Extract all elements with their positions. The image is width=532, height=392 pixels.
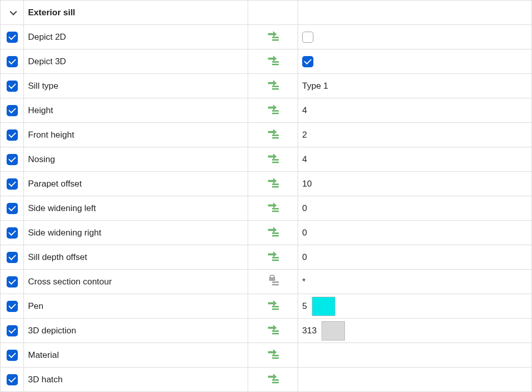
lock-icon <box>267 275 279 286</box>
value-text[interactable]: 5 <box>302 301 307 311</box>
property-label: 3D depiction <box>28 326 76 335</box>
enable-checkbox[interactable] <box>7 227 18 239</box>
transfer-icon[interactable] <box>267 103 279 115</box>
transfer-icon[interactable] <box>267 128 279 139</box>
property-row: Side widening left0 <box>1 196 532 221</box>
enable-checkbox[interactable] <box>7 154 18 165</box>
property-label: Front height <box>28 130 74 140</box>
chevron-down-icon[interactable] <box>10 8 17 15</box>
property-row: Parapet offset10 <box>1 172 532 196</box>
property-label: Nosing <box>28 154 55 164</box>
property-label: Sill depth offset <box>28 252 87 262</box>
value-text[interactable]: 2 <box>302 130 307 140</box>
property-label: Height <box>28 106 53 115</box>
value-checkbox[interactable] <box>302 56 313 67</box>
enable-checkbox[interactable] <box>7 56 18 67</box>
section-title: Exterior sill <box>28 8 75 17</box>
value-text[interactable]: 0 <box>302 203 307 213</box>
value-text[interactable]: 4 <box>302 154 307 164</box>
enable-checkbox[interactable] <box>7 374 18 385</box>
property-row: Depict 3D <box>1 49 532 74</box>
transfer-icon[interactable] <box>267 324 279 335</box>
property-label: 3D hatch <box>28 375 63 384</box>
enable-checkbox[interactable] <box>7 105 18 116</box>
property-label: Cross section contour <box>28 277 112 286</box>
color-swatch[interactable] <box>312 297 335 316</box>
property-row: Front height2 <box>1 123 532 147</box>
value-text[interactable]: * <box>302 277 306 286</box>
property-label: Sill type <box>28 81 59 91</box>
section-header-row[interactable]: Exterior sill <box>1 1 532 25</box>
transfer-icon[interactable] <box>267 55 279 66</box>
property-row: Sill typeType 1 <box>1 74 532 98</box>
property-label: Side widening right <box>28 228 101 238</box>
enable-checkbox[interactable] <box>7 325 18 336</box>
value-checkbox[interactable] <box>302 32 313 43</box>
enable-checkbox[interactable] <box>7 301 18 312</box>
transfer-icon[interactable] <box>267 348 279 359</box>
property-label: Depict 2D <box>28 32 66 42</box>
property-row: 3D depiction313 <box>1 319 532 343</box>
enable-checkbox[interactable] <box>7 203 18 214</box>
enable-checkbox[interactable] <box>7 129 18 141</box>
value-text[interactable]: 0 <box>302 228 307 238</box>
property-row: Nosing4 <box>1 147 532 172</box>
enable-checkbox[interactable] <box>7 350 18 361</box>
transfer-icon[interactable] <box>267 226 279 237</box>
property-row: Sill depth offset0 <box>1 245 532 270</box>
value-text[interactable]: 10 <box>302 179 312 189</box>
enable-checkbox[interactable] <box>7 276 18 288</box>
property-label: Depict 3D <box>28 57 66 66</box>
property-label: Material <box>28 350 59 360</box>
value-text[interactable]: Type 1 <box>302 81 328 91</box>
property-label: Parapet offset <box>28 179 82 189</box>
transfer-icon[interactable] <box>267 250 279 262</box>
value-text[interactable]: 0 <box>302 252 307 262</box>
value-text[interactable]: 313 <box>302 326 316 336</box>
transfer-icon[interactable] <box>267 152 279 164</box>
enable-checkbox[interactable] <box>7 81 18 92</box>
property-row: Cross section contour* <box>1 270 532 294</box>
transfer-icon[interactable] <box>267 79 279 90</box>
property-row: Side widening right0 <box>1 221 532 245</box>
color-swatch[interactable] <box>322 321 345 341</box>
value-text[interactable]: 4 <box>302 106 307 115</box>
property-row: Material <box>1 343 532 368</box>
property-row: 3D hatch <box>1 368 532 392</box>
property-row: Depict 2D <box>1 25 532 49</box>
transfer-icon[interactable] <box>267 30 279 41</box>
transfer-icon[interactable] <box>267 299 279 310</box>
property-row: Height4 <box>1 98 532 123</box>
property-label: Pen <box>28 301 43 311</box>
transfer-icon[interactable] <box>267 373 279 384</box>
enable-checkbox[interactable] <box>7 252 18 263</box>
property-label: Side widening left <box>28 203 96 213</box>
enable-checkbox[interactable] <box>7 32 18 43</box>
transfer-icon[interactable] <box>267 177 279 188</box>
property-row: Pen5 <box>1 294 532 319</box>
properties-table: Exterior sill Depict 2DDepict 3DSill typ… <box>0 0 532 392</box>
transfer-icon[interactable] <box>267 201 279 213</box>
enable-checkbox[interactable] <box>7 178 18 190</box>
